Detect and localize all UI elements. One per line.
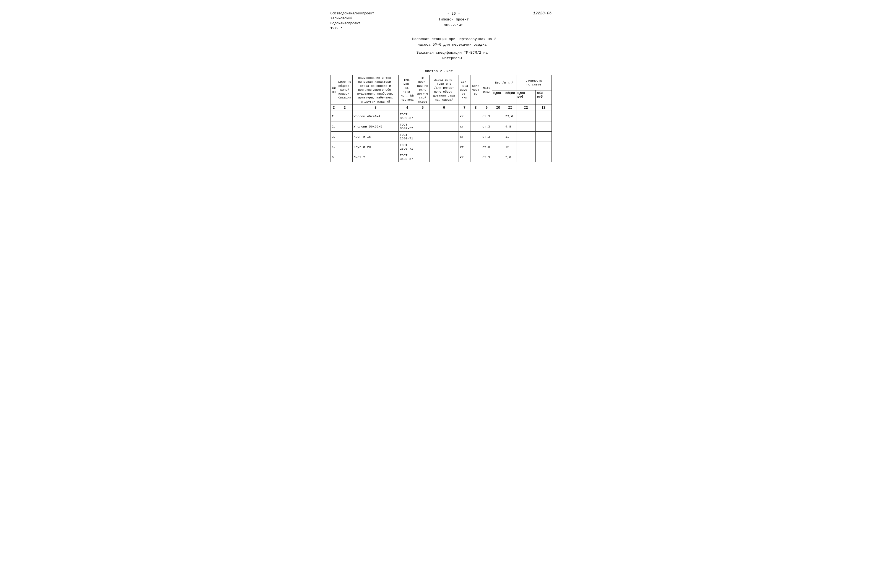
cell-weight-total: 5,8 (504, 152, 516, 162)
cell-num: I. (330, 111, 337, 122)
cell-material: ст.3 (481, 132, 492, 142)
cell-pos (416, 132, 429, 142)
cell-cost-unit (516, 132, 536, 142)
cell-unit: кг (459, 142, 470, 152)
col-num-10: IO (492, 105, 504, 111)
org-line4: 1972 г (330, 26, 374, 31)
cell-material: ст.3 (481, 152, 492, 162)
cell-weight-unit (492, 142, 504, 152)
col-num-9: 9 (481, 105, 492, 111)
doc-id: 12228-06 (533, 11, 552, 15)
header-center: - 26 - Типовой проект 902-2-145 (439, 11, 469, 28)
cell-shifer (337, 152, 352, 162)
cell-cost-total (536, 122, 552, 132)
header-right: 12228-06 (533, 11, 552, 15)
page-header: Союзводоканалниипроект Харьковский Водок… (330, 11, 552, 31)
cell-cost-total (536, 111, 552, 122)
col-num-4: 4 (399, 105, 416, 111)
org-line3: Водоканалпроект (330, 21, 374, 26)
col-num-2: 2 (337, 105, 352, 111)
col-num-13: I3 (536, 105, 552, 111)
th-cost-unit: Единруб (516, 90, 536, 105)
cell-name: Лист 2 (352, 152, 399, 162)
page-number: - 26 - (439, 11, 469, 17)
th-weight-total: Общий (504, 90, 516, 105)
cell-type: ГОСТ 8509-57 (399, 122, 416, 132)
cell-name: Уголок 40х40х4 (352, 111, 399, 122)
org-line1: Союзводоканалниипроект (330, 11, 374, 16)
cell-qty (470, 122, 481, 132)
col-num-12: I2 (516, 105, 536, 111)
table-row: 2.Уголовн 56х56х5ГОСТ 8509-57кгст.34,8 (330, 122, 552, 132)
cell-num: 3. (330, 132, 337, 142)
th-material: Материал (481, 75, 492, 105)
cell-name: Уголовн 56х56х5 (352, 122, 399, 132)
table-row: 6.Лист 2ГОСТ 3680-57кгст.35,8 (330, 152, 552, 162)
cell-cost-total (536, 152, 552, 162)
cell-material: ст.3 (481, 142, 492, 152)
org-line2: Харьковский (330, 16, 374, 21)
th-name: Наименование и тех-ническая характери-ст… (352, 75, 399, 105)
cell-type: ГОСТ 3680-57 (399, 152, 416, 162)
specification-table: №№пп Шифр по общесо-юзнойкласси-фикации … (330, 75, 552, 162)
th-weight-unit: Един. (492, 90, 504, 105)
table-row: I.Уголок 40х40х4ГОСТ 8509-57кгст.352,6 (330, 111, 552, 122)
cell-type: ГОСТ 8509-57 (399, 111, 416, 122)
cell-num: 4. (330, 142, 337, 152)
cell-zavod (429, 122, 459, 132)
subtitle1-line1: · Насосная станция при нефтеловушках на … (352, 36, 552, 42)
cell-shifer (337, 111, 352, 122)
cell-material: ст.3 (481, 111, 492, 122)
cell-zavod (429, 132, 459, 142)
th-shifer: Шифр по общесо-юзнойкласси-фикации (337, 75, 352, 105)
sheet-info: Листов 2 Лист I (330, 69, 552, 73)
cell-unit: кг (459, 152, 470, 162)
cell-material: ст.3 (481, 122, 492, 132)
cell-type: ГОСТ 2590-71 (399, 132, 416, 142)
cell-unit: кг (459, 111, 470, 122)
col-num-5: 5 (416, 105, 429, 111)
header-left: Союзводоканалниипроект Харьковский Водок… (330, 11, 374, 31)
cell-name: Круг ⌀ 20 (352, 142, 399, 152)
cell-weight-total: I2 (504, 142, 516, 152)
cell-shifer (337, 122, 352, 132)
cell-shifer (337, 142, 352, 152)
cell-cost-unit (516, 122, 536, 132)
th-qty: Количество (470, 75, 481, 105)
subtitle1: · Насосная станция при нефтеловушках на … (352, 36, 552, 47)
subtitle2-line1: Заказная спецификация ТМ-ВСМ/2 на (352, 50, 552, 56)
cell-cost-total (536, 132, 552, 142)
cell-cost-unit (516, 142, 536, 152)
th-num: №№пп (330, 75, 337, 105)
th-zavod: Завод-изго-товитель/для импортного обору… (429, 75, 459, 105)
table-row: 4.Круг ⌀ 20ГОСТ 2590-71кгст.3I2 (330, 142, 552, 152)
table-row: 3.Круг ⌀ 16ГОСТ 2590-71кгст.3II (330, 132, 552, 142)
cell-num: 2. (330, 122, 337, 132)
subtitle2-line2: материалы (352, 56, 552, 61)
subtitle1-line2: насоса 5Ф-6 для перекачки осадка (352, 42, 552, 48)
cell-cost-total (536, 142, 552, 152)
th-unit: Еди-ницаизме-ре-ния (459, 75, 470, 105)
table-col-numbers: I 2 8 4 5 6 7 8 9 IO II I2 I3 (330, 105, 552, 111)
doc-type: Типовой проект (439, 17, 469, 22)
th-pos: № пози-ций потехно-логическойсхеме (416, 75, 429, 105)
cell-pos (416, 142, 429, 152)
cell-weight-total: 4,8 (504, 122, 516, 132)
cell-weight-unit (492, 111, 504, 122)
cell-qty (470, 142, 481, 152)
cell-weight-unit (492, 132, 504, 142)
cell-name: Круг ⌀ 16 (352, 132, 399, 142)
cell-zavod (429, 111, 459, 122)
cell-zavod (429, 152, 459, 162)
cell-qty (470, 111, 481, 122)
table-header-row: №№пп Шифр по общесо-юзнойкласси-фикации … (330, 75, 552, 90)
th-cost-total: Обмруб (536, 90, 552, 105)
cell-pos (416, 111, 429, 122)
th-weight: Вес /в кг/ (492, 75, 516, 90)
cell-weight-unit (492, 122, 504, 132)
cell-num: 6. (330, 152, 337, 162)
cell-unit: кг (459, 122, 470, 132)
th-type: Тип, мар-ка, ката-лог, №№чертежа (399, 75, 416, 105)
cell-weight-total: 52,6 (504, 111, 516, 122)
doc-number: 902-2-145 (439, 22, 469, 28)
